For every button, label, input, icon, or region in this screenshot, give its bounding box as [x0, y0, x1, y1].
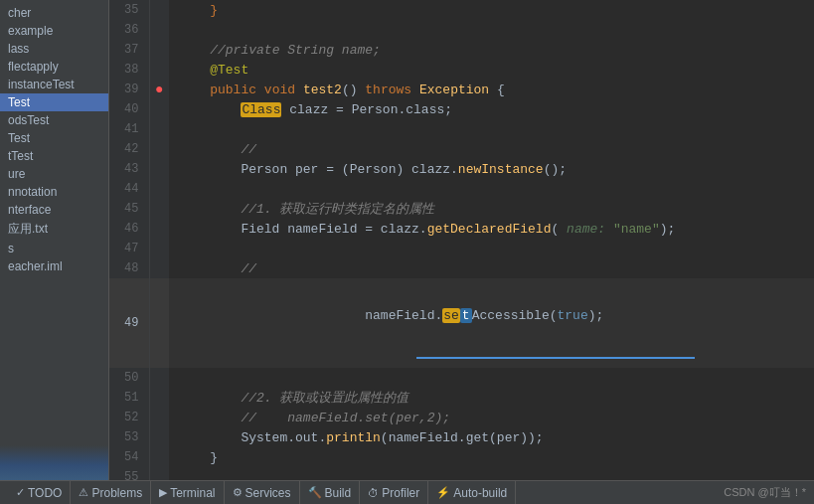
line-number: 37: [109, 40, 149, 60]
line-content: // nameField.set(per,2);: [169, 408, 814, 427]
line-gutter: [149, 408, 169, 427]
status-todo[interactable]: ✓ TODO: [8, 481, 71, 504]
line-content: System.out.println(nameField.get(per));: [169, 427, 814, 447]
sidebar-item-cher[interactable]: cher: [0, 4, 108, 22]
line-content: Class clazz = Person.class;: [169, 99, 814, 119]
table-row: 44: [109, 179, 814, 199]
line-number: 53: [109, 427, 149, 447]
table-row: 37 //private String name;: [109, 40, 814, 60]
line-content: //private String name;: [169, 40, 814, 60]
line-gutter: [149, 258, 169, 278]
table-row: 43 Person per = (Person) clazz.newInstan…: [109, 159, 814, 179]
line-number: 44: [109, 179, 149, 199]
line-gutter: [149, 60, 169, 80]
sidebar-item-test2[interactable]: Test: [0, 129, 108, 147]
table-row: 42 //: [109, 139, 814, 159]
table-row: 35 }: [109, 0, 814, 20]
line-gutter: [149, 20, 169, 40]
status-autobuild-label: Auto-build: [453, 486, 507, 500]
line-content: nameField.setAccessible(true);: [169, 278, 814, 368]
line-gutter: [149, 427, 169, 447]
sidebar-item-apptxt[interactable]: 应用.txt: [0, 219, 108, 240]
line-number: 54: [109, 447, 149, 467]
line-content: //: [169, 258, 814, 278]
sidebar-item-odstest[interactable]: odsTest: [0, 111, 108, 129]
sidebar-item-ure[interactable]: ure: [0, 165, 108, 183]
sidebar-item-test[interactable]: Test: [0, 93, 108, 111]
breakpoint-icon[interactable]: ●: [155, 82, 163, 97]
line-gutter: [149, 40, 169, 60]
services-icon: ⚙: [233, 486, 243, 499]
line-gutter: [149, 119, 169, 139]
status-profiler-label: Profiler: [382, 486, 419, 500]
table-row: 49 nameField.setAccessible(true);: [109, 278, 814, 368]
line-number: 42: [109, 139, 149, 159]
line-content: //: [169, 139, 814, 159]
status-services-label: Services: [245, 486, 291, 500]
line-gutter: [149, 219, 169, 239]
line-number: 41: [109, 119, 149, 139]
sidebar-item-annotation[interactable]: nnotation: [0, 183, 108, 201]
line-content: @Test: [169, 60, 814, 80]
line-number: 40: [109, 99, 149, 119]
sidebar-item-example[interactable]: example: [0, 22, 108, 40]
line-content: Person per = (Person) clazz.newInstance(…: [169, 159, 814, 179]
table-row: 40 Class clazz = Person.class;: [109, 99, 814, 119]
status-profiler[interactable]: ⏱ Profiler: [360, 481, 428, 504]
line-content: public void test2() throws Exception {: [169, 80, 814, 99]
status-services[interactable]: ⚙ Services: [225, 481, 300, 504]
sidebar-item-instancetest[interactable]: instanceTest: [0, 76, 108, 93]
table-row: 50: [109, 368, 814, 388]
status-terminal[interactable]: ▶ Terminal: [151, 481, 224, 504]
sidebar-item-ttest[interactable]: tTest: [0, 147, 108, 165]
sidebar: cher example lass flectapply instanceTes…: [0, 0, 109, 480]
table-row: 38 @Test: [109, 60, 814, 80]
line-number: 36: [109, 20, 149, 40]
line-gutter: [149, 199, 169, 219]
status-problems-label: Problems: [91, 486, 142, 500]
line-content: [169, 179, 814, 199]
status-right-text: CSDN @叮当！*: [724, 485, 806, 500]
terminal-icon: ▶: [159, 486, 167, 499]
sidebar-item-lass[interactable]: lass: [0, 40, 108, 58]
status-terminal-label: Terminal: [170, 486, 215, 500]
table-row: 36: [109, 20, 814, 40]
status-problems[interactable]: ⚠ Problems: [71, 481, 151, 504]
table-row: 48 //: [109, 258, 814, 278]
table-row: 45 //1. 获取运行时类指定名的属性: [109, 199, 814, 219]
code-editor[interactable]: 35 } 36 37 //private St: [109, 0, 814, 480]
line-content: }: [169, 447, 814, 467]
todo-icon: ✓: [16, 486, 25, 499]
line-gutter: [149, 388, 169, 408]
status-todo-label: TODO: [28, 486, 62, 500]
line-number: 49: [109, 278, 149, 368]
line-gutter: [149, 139, 169, 159]
table-row: 51 //2. 获取或设置此属性的值: [109, 388, 814, 408]
line-content: [169, 239, 814, 258]
line-gutter: [149, 99, 169, 119]
problems-icon: ⚠: [79, 486, 88, 499]
table-row: 53 System.out.println(nameField.get(per)…: [109, 427, 814, 447]
status-autobuild[interactable]: ⚡ Auto-build: [428, 481, 516, 504]
table-row: 46 Field nameField = clazz.getDeclaredFi…: [109, 219, 814, 239]
sidebar-item-interface[interactable]: nterface: [0, 201, 108, 219]
line-gutter: [149, 368, 169, 388]
code-scroll: 35 } 36 37 //private St: [109, 0, 814, 480]
status-build[interactable]: 🔨 Build: [300, 481, 361, 504]
line-gutter: [149, 278, 169, 368]
line-content: }: [169, 0, 814, 20]
line-number: 48: [109, 258, 149, 278]
line-content: [169, 119, 814, 139]
line-content: Field nameField = clazz.getDeclaredField…: [169, 219, 814, 239]
autobuild-icon: ⚡: [436, 486, 450, 499]
table-row: 39 ● public void test2() throws Exceptio…: [109, 80, 814, 99]
line-number: 43: [109, 159, 149, 179]
sidebar-item-s[interactable]: s: [0, 240, 108, 257]
line-gutter: [149, 159, 169, 179]
sidebar-chart: [0, 430, 108, 480]
status-bar: ✓ TODO ⚠ Problems ▶ Terminal ⚙ Services …: [0, 480, 814, 504]
line-gutter: [149, 467, 169, 480]
sidebar-item-flectapply[interactable]: flectapply: [0, 58, 108, 76]
line-gutter: [149, 239, 169, 258]
sidebar-item-teacheriml[interactable]: eacher.iml: [0, 257, 108, 275]
